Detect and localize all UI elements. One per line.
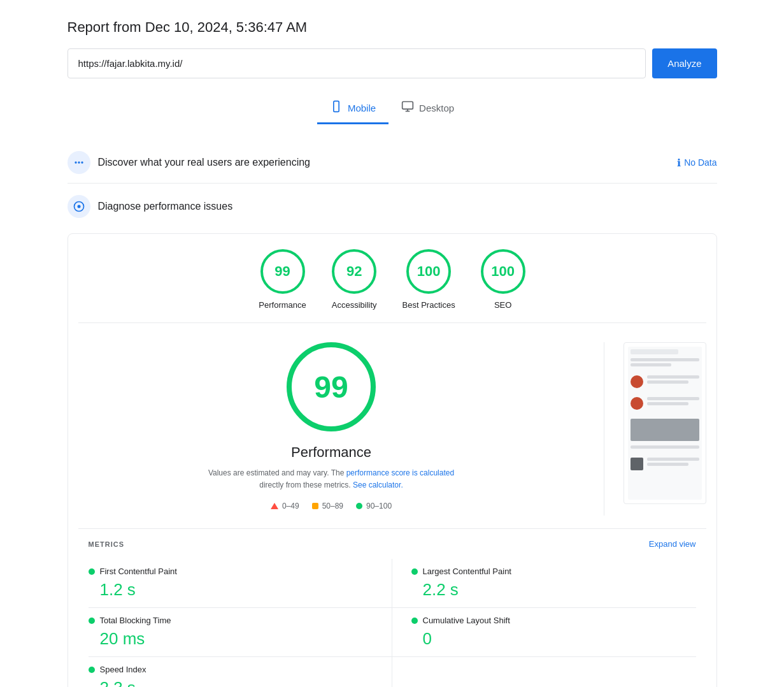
- tab-mobile[interactable]: Mobile: [317, 94, 388, 124]
- legend-fail: 0–49: [271, 502, 299, 510]
- info-icon: ℹ: [677, 157, 681, 169]
- score-circle-best-practices: 100: [406, 249, 451, 294]
- score-circle-seo: 100: [481, 249, 525, 294]
- metric-name-fcp: First Contentful Paint: [100, 567, 177, 576]
- mobile-icon: [330, 100, 343, 116]
- metric-value-fcp: 1.2 s: [100, 580, 373, 600]
- metric-cell-cls: Cumulative Layout Shift 0: [392, 608, 696, 657]
- perf-score-link[interactable]: performance score is calculated: [346, 468, 454, 477]
- metric-name-cls: Cumulative Layout Shift: [423, 616, 510, 625]
- discover-title: Discover what your real users are experi…: [98, 157, 670, 168]
- metric-dot-lcp: [411, 568, 418, 575]
- url-input[interactable]: [68, 48, 646, 78]
- url-bar-row: Analyze: [68, 48, 717, 78]
- metric-cell-si: Speed Index 2.3 s: [89, 657, 392, 687]
- screenshot-panel: [624, 342, 706, 516]
- big-score-wrapper: 99: [78, 342, 585, 431]
- metric-dot-tbt: [89, 618, 95, 624]
- ss-row-1: [631, 358, 699, 366]
- analyze-button[interactable]: Analyze: [652, 48, 716, 78]
- main-content-row: 99 Performance Values are estimated and …: [78, 323, 706, 529]
- score-item-accessibility[interactable]: 92 Accessibility: [332, 249, 377, 310]
- ss-text-4: [631, 419, 699, 449]
- diagnose-icon: [68, 195, 90, 218]
- metric-dot-cls: [411, 618, 418, 624]
- score-circle-performance: 99: [260, 249, 305, 294]
- svg-rect-2: [403, 102, 413, 110]
- metrics-grid: First Contentful Paint 1.2 s Largest Con…: [89, 559, 696, 687]
- metrics-section: METRICS Expand view First Contentful Pai…: [78, 529, 706, 687]
- report-title: Report from Dec 10, 2024, 5:36:47 AM: [68, 19, 717, 36]
- svg-point-6: [75, 161, 76, 163]
- discover-icon: [68, 151, 90, 174]
- metric-cell-fcp: First Contentful Paint 1.2 s: [89, 559, 392, 608]
- ss-line: [647, 397, 699, 400]
- perf-main-title: Performance: [291, 444, 371, 460]
- score-label-accessibility: Accessibility: [332, 300, 377, 310]
- metric-name-row-lcp: Largest Contentful Paint: [411, 567, 696, 576]
- scores-row: 99 Performance 92 Accessibility 100 Best…: [78, 249, 706, 323]
- score-item-performance[interactable]: 99 Performance: [259, 249, 306, 310]
- screenshot-content: [631, 358, 699, 470]
- no-data-label: No Data: [684, 157, 716, 168]
- ss-img-placeholder: [631, 419, 699, 441]
- ss-text-2: [647, 375, 699, 384]
- screenshot-thumbnail: [624, 342, 706, 504]
- average-icon: [312, 503, 318, 509]
- perf-description: Values are estimated and may vary. The p…: [78, 467, 585, 491]
- ss-text-3: [647, 397, 699, 405]
- ss-avatar: [631, 375, 643, 388]
- ss-line: [647, 375, 699, 379]
- score-circle-accessibility: 92: [332, 249, 376, 294]
- ss-row-4: [631, 419, 699, 449]
- svg-point-7: [81, 161, 83, 163]
- perf-title-center: Performance: [78, 444, 585, 461]
- metric-name-row-cls: Cumulative Layout Shift: [411, 616, 696, 625]
- score-item-seo[interactable]: 100 SEO: [481, 249, 525, 310]
- screenshot-url-bar: [631, 349, 679, 354]
- metric-cell-empty: [392, 657, 696, 687]
- ss-text-1: [631, 358, 699, 366]
- legend-average: 50–89: [312, 502, 343, 510]
- diagnose-section: Diagnose performance issues 99 Performan…: [68, 186, 717, 687]
- perf-left: 99 Performance Values are estimated and …: [78, 342, 585, 516]
- ss-line: [647, 402, 689, 405]
- ss-line: [647, 458, 699, 461]
- ss-row-5: [631, 458, 699, 470]
- tab-desktop-label: Desktop: [419, 103, 454, 113]
- ss-line: [631, 445, 699, 449]
- svg-point-5: [78, 161, 80, 163]
- metric-value-cls: 0: [423, 629, 696, 649]
- screenshot-inner: [628, 347, 702, 500]
- desktop-icon: [401, 100, 414, 116]
- expand-view-button[interactable]: Expand view: [649, 539, 696, 549]
- tab-desktop[interactable]: Desktop: [388, 94, 467, 124]
- metric-name-lcp: Largest Contentful Paint: [423, 567, 511, 576]
- device-tabs: Mobile Desktop: [68, 94, 717, 124]
- metric-name-row-fcp: First Contentful Paint: [89, 567, 373, 576]
- calc-link[interactable]: See calculator.: [353, 481, 403, 489]
- score-label-seo: SEO: [494, 300, 511, 310]
- scores-card: 99 Performance 92 Accessibility 100 Best…: [68, 233, 717, 687]
- metric-cell-lcp: Largest Contentful Paint 2.2 s: [392, 559, 696, 608]
- big-score-circle: 99: [287, 342, 376, 431]
- diagnose-header: Diagnose performance issues: [68, 186, 717, 227]
- ss-text-5: [647, 458, 699, 466]
- fail-icon: [271, 503, 278, 509]
- metric-name-si: Speed Index: [100, 665, 146, 674]
- metric-name-tbt: Total Blocking Time: [100, 616, 171, 625]
- score-item-best-practices[interactable]: 100 Best Practices: [403, 249, 455, 310]
- metric-dot-si: [89, 667, 95, 673]
- ss-row-3: [631, 397, 699, 410]
- ss-row-2: [631, 375, 699, 388]
- metrics-header-row: METRICS Expand view: [89, 539, 696, 549]
- no-data-badge: ℹ No Data: [677, 157, 716, 169]
- vertical-divider: [604, 342, 604, 516]
- metric-value-tbt: 20 ms: [100, 629, 373, 649]
- score-label-performance: Performance: [259, 300, 306, 310]
- metrics-header-label: METRICS: [89, 540, 125, 548]
- metric-name-row-tbt: Total Blocking Time: [89, 616, 373, 625]
- page-container: Report from Dec 10, 2024, 5:36:47 AM Ana…: [55, 0, 730, 687]
- metric-name-row-si: Speed Index: [89, 665, 373, 674]
- discover-section: Discover what your real users are experi…: [68, 142, 717, 184]
